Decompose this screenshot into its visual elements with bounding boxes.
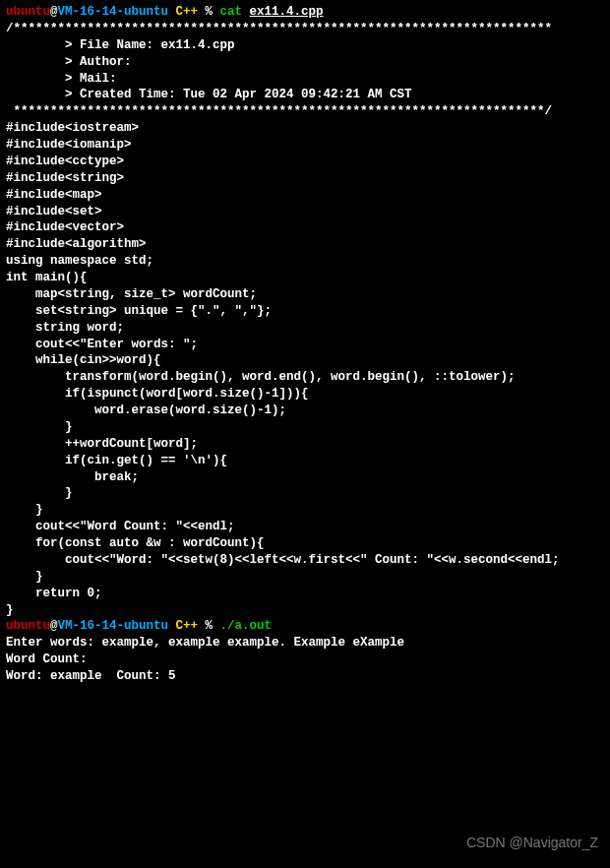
code-line: using namespace std; xyxy=(6,253,604,270)
code-line: #include<algorithm> xyxy=(6,236,604,253)
code-line: return 0; xyxy=(6,586,604,602)
code-line: set<string> unique = {".", ","}; xyxy=(6,303,604,320)
prompt-user: ubuntu xyxy=(6,619,50,633)
code-line: break; xyxy=(6,469,604,486)
prompt-pct: % xyxy=(206,619,220,633)
code-line: if(ispunct(word[word.size()-1])){ xyxy=(6,386,604,403)
code-line: } xyxy=(6,419,604,436)
prompt-at: @ xyxy=(50,619,58,633)
cmd-run: ./a.out xyxy=(220,619,273,633)
comment-file: > File Name: ex11.4.cpp xyxy=(6,37,604,54)
code-line: #include<vector> xyxy=(6,219,604,236)
code-line: #include<iomanip> xyxy=(6,137,604,154)
code-line: cout<<"Enter words: "; xyxy=(6,337,604,353)
code-line: #include<map> xyxy=(6,187,604,204)
code-line: if(cin.get() == '\n'){ xyxy=(6,453,604,469)
code-line: ++wordCount[word]; xyxy=(6,436,604,453)
comment-top: /***************************************… xyxy=(6,21,604,37)
comment-author: > Author: xyxy=(6,54,604,71)
prompt-line-2[interactable]: ubuntu@VM-16-14-ubuntu C++ % ./a.out xyxy=(6,618,604,635)
watermark: CSDN @Navigator_Z xyxy=(466,834,598,852)
output-line: Word: example Count: 5 xyxy=(6,668,604,685)
prompt-host: VM-16-14-ubuntu xyxy=(58,619,169,633)
code-line: cout<<"Word Count: "<<endl; xyxy=(6,519,604,535)
comment-bottom: ****************************************… xyxy=(6,103,604,120)
prompt-at: @ xyxy=(50,5,58,19)
prompt-line-1[interactable]: ubuntu@VM-16-14-ubuntu C++ % cat ex11.4.… xyxy=(6,4,604,21)
code-line: int main(){ xyxy=(6,270,604,286)
prompt-user: ubuntu xyxy=(6,5,50,19)
code-line: map<string, size_t> wordCount; xyxy=(6,286,604,303)
code-line: } xyxy=(6,485,604,502)
code-line: #include<string> xyxy=(6,170,604,187)
code-line: #include<iostream> xyxy=(6,120,604,137)
code-line: string word; xyxy=(6,320,604,337)
code-line: #include<cctype> xyxy=(6,154,604,170)
cmd-arg: ex11.4.cpp xyxy=(250,5,324,19)
code-line: } xyxy=(6,602,604,619)
code-line: word.erase(word.size()-1); xyxy=(6,403,604,419)
comment-time: > Created Time: Tue 02 Apr 2024 09:42:21… xyxy=(6,87,604,103)
comment-mail: > Mail: xyxy=(6,71,604,88)
code-line: while(cin>>word){ xyxy=(6,352,604,369)
code-line: transform(word.begin(), word.end(), word… xyxy=(6,369,604,386)
code-line: #include<set> xyxy=(6,204,604,220)
prompt-host: VM-16-14-ubuntu xyxy=(58,5,169,19)
output-line: Word Count: xyxy=(6,651,604,668)
output-line: Enter words: example, example example. E… xyxy=(6,635,604,651)
prompt-pct: % xyxy=(206,5,220,19)
prompt-dir: C++ xyxy=(168,619,206,633)
code-line: for(const auto &w : wordCount){ xyxy=(6,535,604,552)
code-line: } xyxy=(6,502,604,519)
prompt-dir: C++ xyxy=(168,5,206,19)
code-line: } xyxy=(6,569,604,586)
cmd-cat: cat xyxy=(220,5,250,19)
code-line: cout<<"Word: "<<setw(8)<<left<<w.first<<… xyxy=(6,552,604,569)
